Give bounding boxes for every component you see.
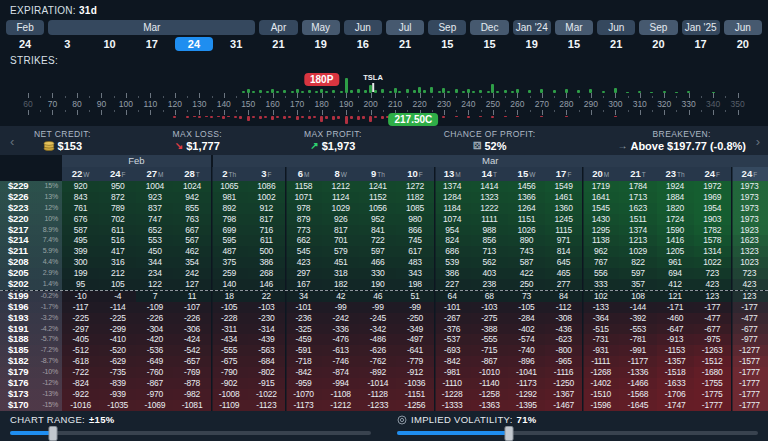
call-oi-bar [308,90,311,93]
month-tab-apr[interactable]: Apr [259,20,297,35]
pl-cell: 1972 [694,181,731,192]
expiry-date-jun-21[interactable]: 21 [597,37,635,51]
axis-tick [738,93,739,98]
chart-range-slider-handle[interactable] [49,426,58,441]
pl-cell: 1820 [657,203,694,214]
pl-cell: 330 [359,268,396,279]
pl-cell: 611 [99,225,136,236]
axis-tick [579,96,580,98]
matrix-row-202: $2021.4%95105122127140146167182190198227… [0,279,768,290]
call-strike-badge[interactable]: 217.50C [388,113,438,126]
axis-tick [371,93,372,98]
month-tab-dec[interactable]: Dec [470,20,508,35]
pl-cell: 798 [211,214,248,225]
axis-tick [322,93,323,98]
prev-strategy-chevron-icon[interactable]: ‹ [10,134,14,149]
month-tab-jun[interactable]: Jun [344,20,382,35]
pl-cell: 767 [582,257,619,268]
expiry-date-sep-15[interactable]: 15 [428,37,466,51]
pl-cell: 300 [62,257,99,268]
axis-tick [285,110,286,112]
expiry-date-mar-10[interactable]: 10 [90,37,128,51]
implied-volatility-slider-handle[interactable] [504,426,513,441]
month-tab-sep[interactable]: Sep [428,20,466,35]
expiry-date-jan24-19[interactable]: 19 [513,37,551,51]
expiry-date-jul-21[interactable]: 21 [386,37,424,51]
pl-cell: 1549 [545,181,582,192]
matrix-month-group-row: FebMar [0,155,768,167]
month-tab-jul[interactable]: Jul [386,20,424,35]
implied-volatility-slider[interactable] [397,431,758,435]
pl-cell: 451 [322,257,359,268]
pl-cell: -1645 [619,400,656,411]
month-tab-feb[interactable]: Feb [6,20,44,35]
call-oi-bar [345,78,348,93]
call-oi-bar [413,90,416,93]
axis-tick [126,93,127,98]
put-oi-bar [308,116,311,119]
pl-cell: 259 [211,268,248,279]
chart-range-slider[interactable] [10,431,371,435]
axis-tick-label: 250 [486,99,500,109]
month-tab-jan24[interactable]: Jan '24 [513,20,551,35]
month-tab-jan25[interactable]: Jan '25 [682,20,720,35]
call-oi-bar [301,91,304,93]
expiry-date-sep-20[interactable]: 20 [639,37,677,51]
month-tab-mar[interactable]: Mar [555,20,593,35]
pl-cell: -693 [434,345,471,356]
pl-cell: -376 [434,324,471,335]
expiry-date-jan25-17[interactable]: 17 [682,37,720,51]
month-tab-sep[interactable]: Sep [639,20,677,35]
strike-label-cell: $185-7.2% [0,345,62,356]
next-strategy-chevron-icon[interactable]: › [756,134,760,149]
expiry-date-feb-24[interactable]: 24 [6,37,44,51]
call-oi-bar [626,92,629,93]
month-tab-jun[interactable]: Jun [724,20,762,35]
expiry-date-mar-24[interactable]: 24 [175,37,213,51]
month-tab-may[interactable]: May [302,20,340,35]
strike-pct-change: 1.4% [43,279,58,290]
expiry-date-dec-15[interactable]: 15 [470,37,508,51]
pl-cell: 146 [248,279,285,290]
put-oi-bar [442,116,445,118]
put-strike-badge[interactable]: 180P [304,73,339,86]
month-tab-mar[interactable]: Mar [48,20,255,35]
strike-pct-change: 13% [45,192,58,203]
expiry-date-jun-16[interactable]: 16 [344,37,382,51]
matrix-row-182: $182-8.7%-618-629-649-657-675-684-718-74… [0,356,768,367]
expiry-date-mar-17[interactable]: 17 [133,37,171,51]
pl-cell: 866 [396,225,433,236]
axis-tick [713,110,714,115]
pl-cell: 667 [173,225,210,236]
pl-cell: 1115 [545,225,582,236]
month-tab-jun[interactable]: Jun [597,20,635,35]
matrix-col-header-17f: 17F [545,167,582,181]
pl-cell: 1241 [359,181,396,192]
pl-cell: -103 [471,302,508,313]
pl-cell: 227 [434,279,471,290]
pl-cell: -114 [99,302,136,313]
pl-cell: -226 [136,313,173,324]
call-oi-bar [423,90,426,93]
pl-cell: 1111 [471,214,508,225]
axis-tick [236,110,237,112]
matrix-row-191: $191-4.2%-297-299-304-306-311-314-325-33… [0,324,768,335]
expiry-date-mar-3[interactable]: 3 [48,37,86,51]
pl-cell: 357 [619,279,656,290]
expiry-date-mar-15[interactable]: 15 [555,37,593,51]
pl-cell: -1577 [731,356,768,367]
pl-cell: -1777 [731,400,768,411]
pl-cell: 250 [508,279,545,290]
expiry-date-mar-31[interactable]: 31 [217,37,255,51]
pl-cell: 344 [136,257,173,268]
pl-cell: -1022 [248,389,285,400]
axis-tick [101,110,102,115]
strike-price: $214 [8,235,28,246]
pl-cell: -913 [657,334,694,345]
pl-cell: 1124 [322,192,359,203]
expiry-date-jun-20[interactable]: 20 [724,37,762,51]
expiry-date-apr-21[interactable]: 21 [259,37,297,51]
pl-cell: -762 [359,356,396,367]
axis-tick [52,93,53,98]
expiry-date-may-19[interactable]: 19 [302,37,340,51]
